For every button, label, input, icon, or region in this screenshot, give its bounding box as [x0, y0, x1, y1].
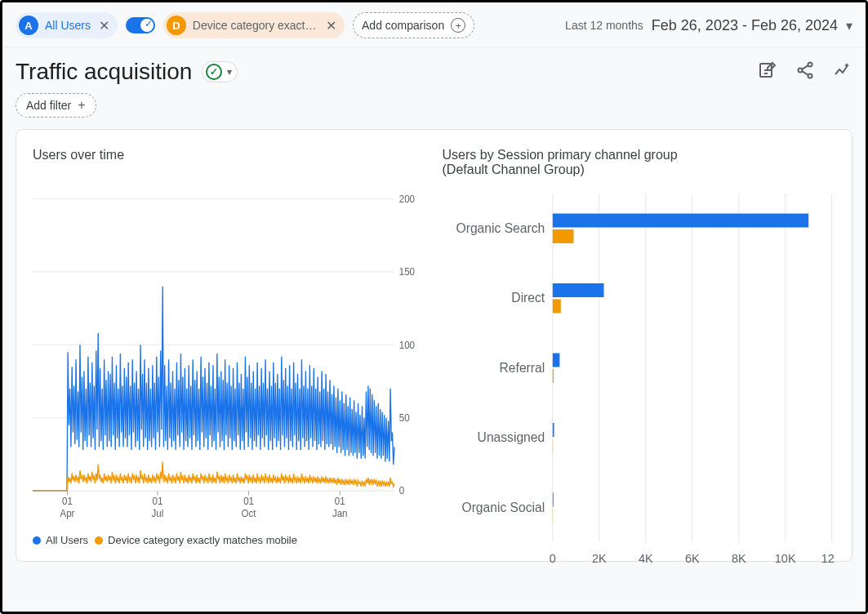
- legend-item-all-users[interactable]: All Users: [33, 534, 88, 546]
- report-status-chip[interactable]: ✓ ▾: [202, 61, 238, 82]
- svg-text:01: 01: [152, 496, 162, 508]
- svg-text:0: 0: [549, 552, 555, 565]
- svg-text:Direct: Direct: [511, 291, 545, 305]
- line-chart[interactable]: 05010015020001Apr01Jul01Oct01Jan: [33, 194, 426, 526]
- date-range-picker[interactable]: Last 12 months Feb 26, 2023 - Feb 26, 20…: [565, 17, 852, 34]
- svg-rect-41: [552, 214, 808, 228]
- filter-bar: Add filter +: [2, 93, 866, 129]
- svg-text:50: 50: [399, 412, 410, 424]
- svg-text:01: 01: [62, 496, 73, 508]
- customize-report-icon[interactable]: [758, 60, 777, 83]
- svg-text:Apr: Apr: [60, 508, 74, 520]
- plus-icon: +: [78, 99, 85, 112]
- svg-text:Referral: Referral: [499, 361, 545, 375]
- comparison-chip-all-users[interactable]: A All Users ✕: [16, 12, 118, 38]
- svg-text:4K: 4K: [638, 552, 652, 565]
- comparison-d-icon: D: [167, 16, 186, 35]
- panel-title: Users over time: [33, 148, 426, 182]
- legend-item-device-mobile[interactable]: Device category exactly matches mobile: [95, 534, 297, 546]
- svg-rect-45: [552, 299, 560, 313]
- checkmark-icon: ✓: [206, 64, 222, 80]
- chevron-down-icon: ▾: [227, 66, 232, 78]
- charts-card: Users over time 05010015020001Apr01Jul01…: [16, 129, 852, 562]
- panel-title: Users by Session primary channel group (…: [443, 148, 688, 182]
- add-filter-button[interactable]: Add filter +: [16, 93, 96, 118]
- svg-text:200: 200: [399, 194, 415, 205]
- svg-text:12K: 12K: [821, 552, 835, 565]
- legend: All Users Device category exactly matche…: [33, 534, 426, 546]
- close-icon[interactable]: ✕: [97, 18, 111, 33]
- svg-text:Oct: Oct: [242, 508, 257, 520]
- svg-rect-53: [552, 492, 553, 506]
- add-comparison-label: Add comparison: [362, 19, 444, 32]
- date-range-label: Feb 26, 2023 - Feb 26, 2024: [652, 17, 838, 34]
- svg-text:01: 01: [335, 496, 345, 508]
- comparison-a-icon: A: [19, 16, 38, 35]
- svg-text:8K: 8K: [731, 552, 746, 565]
- comparison-b-label: Device category exactl…: [193, 19, 318, 32]
- legend-label: Device category exactly matches mobile: [108, 534, 297, 546]
- share-icon[interactable]: [795, 60, 815, 83]
- svg-text:0: 0: [399, 485, 405, 497]
- svg-rect-50: [552, 423, 554, 437]
- legend-swatch-icon: [95, 536, 103, 545]
- svg-text:6K: 6K: [684, 552, 699, 565]
- comparison-bar: A All Users ✕ ✓ D Device category exactl…: [2, 2, 866, 47]
- svg-text:Jul: Jul: [152, 508, 164, 520]
- svg-text:100: 100: [399, 339, 415, 351]
- insights-icon[interactable]: [833, 60, 852, 83]
- bar-chart[interactable]: 02K4K6K8K10K12KOrganic SearchDirectRefer…: [443, 194, 836, 570]
- add-filter-label: Add filter: [26, 99, 71, 112]
- users-over-time-panel: Users over time 05010015020001Apr01Jul01…: [33, 148, 426, 546]
- svg-point-1: [808, 63, 812, 67]
- chevron-down-icon: ▾: [846, 18, 852, 33]
- svg-text:Organic Search: Organic Search: [456, 221, 545, 235]
- comparison-chip-device-category[interactable]: D Device category exactl… ✕: [163, 12, 345, 38]
- plus-icon: +: [451, 18, 465, 33]
- check-icon: ✓: [145, 18, 153, 29]
- close-icon[interactable]: ✕: [324, 18, 338, 33]
- svg-text:10K: 10K: [774, 552, 795, 565]
- svg-rect-47: [552, 353, 559, 367]
- users-by-channel-panel: Users by Session primary channel group (…: [443, 148, 836, 546]
- page-title: Traffic acquisition: [16, 59, 192, 85]
- svg-rect-48: [552, 369, 553, 383]
- svg-point-2: [799, 69, 803, 73]
- svg-rect-42: [552, 229, 573, 243]
- svg-point-3: [808, 74, 812, 78]
- svg-text:Jan: Jan: [332, 508, 348, 520]
- svg-text:2K: 2K: [591, 552, 606, 565]
- title-bar: Traffic acquisition ✓ ▾: [2, 47, 866, 93]
- svg-text:01: 01: [243, 496, 254, 508]
- svg-text:150: 150: [399, 266, 415, 278]
- date-preset-label: Last 12 months: [565, 19, 643, 32]
- svg-text:Unassigned: Unassigned: [477, 430, 545, 444]
- comparison-toggle[interactable]: ✓: [126, 17, 155, 33]
- comparison-a-label: All Users: [45, 19, 91, 32]
- svg-text:Organic Social: Organic Social: [461, 500, 545, 514]
- add-comparison-button[interactable]: Add comparison +: [353, 12, 474, 38]
- legend-label: All Users: [46, 534, 88, 546]
- legend-swatch-icon: [33, 536, 41, 545]
- svg-rect-44: [552, 283, 603, 297]
